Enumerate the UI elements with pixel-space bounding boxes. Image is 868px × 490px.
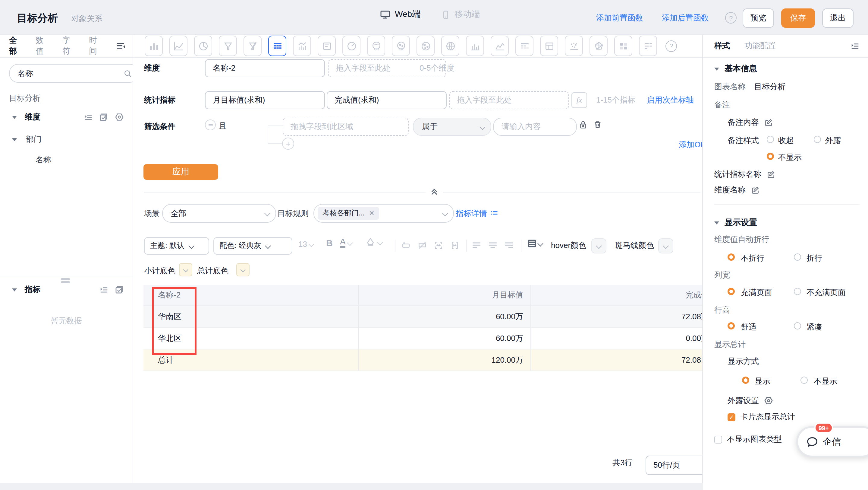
measure-section[interactable]: 指标	[12, 284, 124, 295]
radio-label[interactable]: 紧凑	[807, 322, 822, 332]
multi-line-tool[interactable]	[491, 36, 509, 56]
remove-condition-icon[interactable]	[205, 119, 216, 131]
collapse-arrow-icon[interactable]	[714, 221, 719, 224]
tab-style[interactable]: 样式	[714, 40, 730, 51]
tab-number[interactable]: 数值	[36, 35, 50, 57]
bar-chart-tool[interactable]	[145, 36, 163, 56]
scatter-tool[interactable]	[565, 36, 583, 56]
bold-button[interactable]: B	[326, 238, 333, 248]
add-condition-icon[interactable]: +	[282, 138, 294, 150]
radio-label[interactable]: 充满页面	[741, 288, 772, 297]
map-cn-tool[interactable]: CN	[367, 36, 385, 56]
align-right-icon[interactable]	[504, 240, 514, 251]
mode-mobile[interactable]: 移动端	[441, 9, 480, 20]
total-bg-picker[interactable]	[236, 263, 250, 277]
fill-color-button[interactable]	[365, 237, 382, 248]
tab-time[interactable]: 时间	[89, 35, 103, 57]
toolbar-help-icon[interactable]: ?	[665, 40, 677, 52]
zebra-color-picker[interactable]	[658, 238, 673, 254]
filter-operator-select[interactable]: 属于	[413, 118, 491, 136]
measure-field-pill-2[interactable]: 完成值(求和)	[327, 91, 447, 109]
radio-compact[interactable]	[794, 322, 801, 329]
font-color-button[interactable]: A	[340, 237, 352, 248]
radio-label[interactable]: 不充满页面	[807, 288, 846, 297]
add-or-link[interactable]: 添加OR条件	[679, 139, 702, 150]
dimension-section[interactable]: 维度	[12, 112, 124, 122]
display-settings-section[interactable]: 显示设置	[714, 218, 757, 228]
line-chart-tool[interactable]	[169, 36, 187, 56]
radio-no-fill-page[interactable]	[794, 288, 801, 295]
chart-name-value[interactable]: 目标分析	[754, 82, 785, 92]
radio-show-selected[interactable]	[742, 377, 749, 384]
tab-string[interactable]: 字符	[62, 35, 76, 57]
column-header[interactable]: 月目标值	[359, 285, 531, 306]
rule-tag[interactable]: 考核各部门... ✕	[318, 207, 379, 220]
map-cn-point-tool[interactable]: CN	[392, 36, 410, 56]
crosstab-tool[interactable]	[516, 36, 533, 56]
trash-icon[interactable]	[593, 120, 602, 129]
align-center-icon[interactable]	[488, 240, 498, 251]
page-size-select[interactable]: 50行/页	[646, 456, 702, 475]
radio-note-expose[interactable]	[814, 136, 821, 143]
preview-button[interactable]: 预览	[743, 8, 774, 28]
filter-value-input[interactable]: 请输入内容	[493, 118, 577, 136]
filter-drop-zone[interactable]: 拖拽字段到此区域	[283, 118, 409, 136]
edit-icon[interactable]	[751, 186, 760, 194]
collapse-arrow-icon[interactable]	[12, 116, 17, 119]
table-chart-tool-selected[interactable]	[268, 36, 286, 56]
pie-chart-tool[interactable]	[194, 36, 212, 56]
apply-button[interactable]: 应用	[144, 164, 218, 180]
table-total-row[interactable]: 总计 120.00万 72.08万	[144, 349, 702, 371]
radio-label[interactable]: 舒适	[741, 322, 756, 332]
chat-widget[interactable]: 企信 99+	[796, 426, 868, 457]
detail-list-tool[interactable]	[639, 36, 657, 56]
target-rule-select[interactable]: 考核各部门... ✕	[313, 204, 454, 223]
subtitle-relation[interactable]: 对象关系	[71, 13, 102, 24]
tab-function-config[interactable]: 功能配置	[744, 40, 776, 51]
palette-select[interactable]: 配色: 经典灰	[213, 237, 292, 255]
no-wrap-icon[interactable]	[417, 240, 427, 251]
radio-note-collapse[interactable]	[767, 136, 774, 143]
indicator-detail-link[interactable]: 指标详情	[456, 208, 498, 219]
layout-table-tool[interactable]	[540, 36, 558, 56]
align-left-icon[interactable]	[471, 240, 482, 251]
card-group-tool[interactable]	[614, 36, 632, 56]
collapse-arrow-icon[interactable]	[12, 138, 17, 141]
radio-label[interactable]: 显示	[755, 377, 770, 386]
collapse-panel-icon[interactable]	[426, 187, 443, 196]
radio-label[interactable]: 不显示	[814, 377, 837, 386]
combo-chart-tool[interactable]	[293, 36, 311, 56]
add-pre-function-link[interactable]: 添加前置函数	[596, 13, 643, 24]
bar-axis-tool[interactable]	[466, 36, 484, 56]
radio-label[interactable]: 不折行	[741, 254, 764, 263]
sort-list-icon[interactable]	[116, 41, 125, 51]
measure-drop-zone[interactable]: 拖入字段至此处	[449, 91, 569, 109]
remove-tag-icon[interactable]: ✕	[369, 209, 374, 217]
tree-group-department[interactable]: 部门	[12, 134, 41, 145]
fx-function-button[interactable]: fx	[571, 92, 587, 108]
save-button[interactable]: 保存	[781, 8, 815, 28]
freeze-table-button[interactable]	[527, 238, 542, 249]
radio-fill-page-selected[interactable]	[727, 288, 735, 295]
radio-no-show[interactable]	[801, 377, 808, 384]
world-map-tool[interactable]	[416, 36, 435, 56]
edit-icon[interactable]	[767, 170, 775, 179]
dimension-field-pill[interactable]: 名称-2	[205, 59, 325, 77]
funnel-chart-tool[interactable]	[219, 36, 237, 56]
collapse-panel-icon[interactable]	[850, 41, 860, 50]
checkbox-checked-icon[interactable]: ✓	[727, 413, 735, 421]
funnel-compare-tool[interactable]	[244, 36, 261, 56]
radio-label[interactable]: 外露	[825, 136, 841, 145]
and-operator[interactable]: 且	[219, 121, 227, 132]
hover-color-picker[interactable]	[591, 238, 607, 254]
merge-cells-icon[interactable]	[433, 240, 444, 251]
measure-field-pill-1[interactable]: 月目标值(求和)	[205, 91, 325, 109]
gauge-chart-tool[interactable]	[342, 36, 361, 56]
tree-field-name[interactable]: 名称	[36, 154, 51, 165]
mode-web[interactable]: Web端	[380, 9, 421, 20]
globe-tool[interactable]	[441, 36, 459, 56]
add-post-function-link[interactable]: 添加后置函数	[662, 13, 709, 24]
secondary-axis-link[interactable]: 启用次坐标轴	[647, 95, 694, 106]
search-input[interactable]: 名称	[9, 64, 138, 83]
insert-cell-icon[interactable]	[401, 240, 411, 251]
